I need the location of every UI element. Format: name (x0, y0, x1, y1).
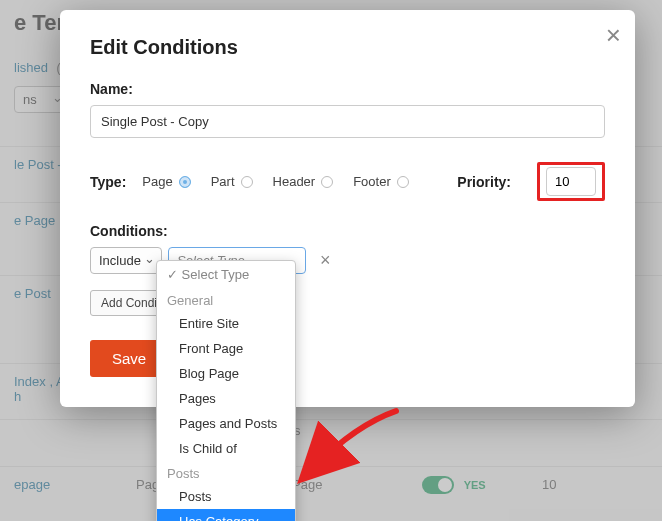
edit-conditions-modal: × Edit Conditions Name: Type: Page Part … (60, 10, 635, 407)
annotation-arrow (296, 405, 406, 495)
type-radio-page[interactable]: Page (142, 174, 190, 189)
dd-opt-blog-page[interactable]: Blog Page (157, 361, 295, 386)
dd-group-general: General (157, 288, 295, 311)
dd-opt-posts[interactable]: Posts (157, 484, 295, 509)
name-label: Name: (90, 81, 605, 97)
dd-opt-entire-site[interactable]: Entire Site (157, 311, 295, 336)
type-label: Type: (90, 174, 126, 190)
dropdown-selected: ✓ Select Type (157, 261, 295, 288)
radio-dot-icon (321, 176, 333, 188)
type-radio-footer[interactable]: Footer (353, 174, 409, 189)
close-icon[interactable]: × (606, 22, 621, 48)
dd-opt-pages-posts[interactable]: Pages and Posts (157, 411, 295, 436)
remove-condition-icon[interactable]: × (320, 250, 331, 271)
modal-title: Edit Conditions (90, 36, 605, 59)
radio-dot-icon (179, 176, 191, 188)
dd-opt-is-child-of[interactable]: Is Child of (157, 436, 295, 461)
type-radio-header[interactable]: Header (273, 174, 334, 189)
priority-input[interactable] (546, 167, 596, 196)
priority-highlight (537, 162, 605, 201)
radio-dot-icon (397, 176, 409, 188)
type-dropdown: ✓ Select Type General Entire Site Front … (156, 260, 296, 521)
radio-dot-icon (241, 176, 253, 188)
type-radio-group: Page Part Header Footer (142, 174, 408, 189)
conditions-label: Conditions: (90, 223, 605, 239)
dd-group-posts: Posts (157, 461, 295, 484)
dd-opt-front-page[interactable]: Front Page (157, 336, 295, 361)
include-select[interactable]: Include (90, 247, 162, 274)
dd-opt-pages[interactable]: Pages (157, 386, 295, 411)
name-input[interactable] (90, 105, 605, 138)
type-radio-part[interactable]: Part (211, 174, 253, 189)
dd-opt-has-category[interactable]: Has Category (157, 509, 295, 521)
priority-label: Priority: (457, 174, 511, 190)
